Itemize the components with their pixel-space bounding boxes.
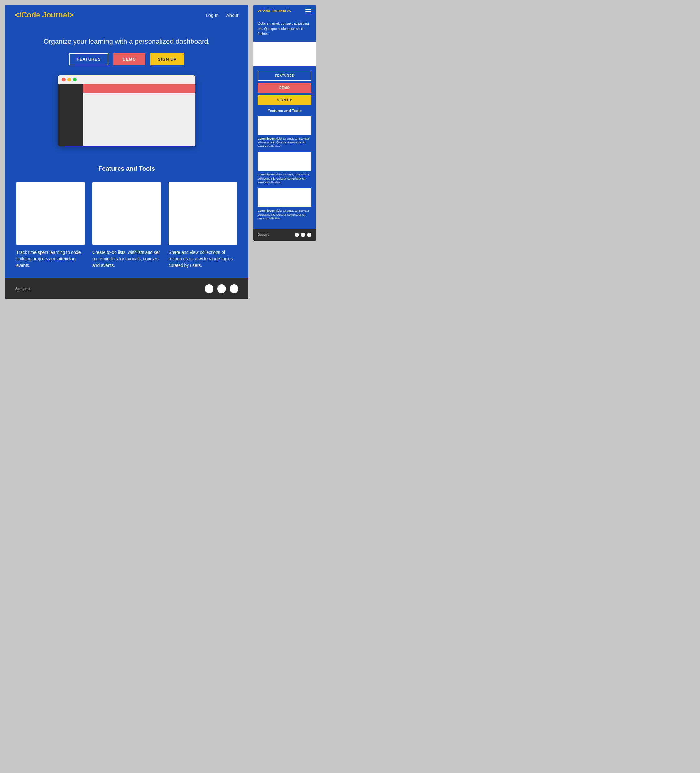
mobile-feature-text-2: Lorem ipsum dolor sit amet, consectetur …: [258, 173, 311, 184]
mobile-feature-image-3: [258, 188, 311, 207]
feature-text-2: Create to-do lists, wishlists and set up…: [92, 249, 161, 269]
browser-dot-green: [73, 78, 77, 82]
about-link[interactable]: About: [226, 13, 238, 18]
mobile-hero-text: Dolor sit amet, consect adipiscing elit.…: [253, 17, 316, 41]
footer-dot-2[interactable]: [217, 285, 226, 293]
browser-body: [58, 84, 196, 146]
mobile-feature-bold-2: Lorem ipsum: [258, 173, 276, 176]
mobile-feature-item-2: Lorem ipsum dolor sit amet, consectetur …: [258, 152, 311, 184]
mobile-feature-image-1: [258, 116, 311, 135]
hero-headline: Organize your learning with a personaliz…: [15, 38, 238, 46]
hamburger-line-2: [305, 11, 311, 12]
mobile-navbar: <Code Journal />: [253, 5, 316, 17]
browser-topbar: [83, 84, 196, 146]
features-grid: Track time spent learning to code, build…: [15, 183, 238, 269]
desktop-view: </Code Journal> Log In About Organize yo…: [5, 5, 248, 299]
desktop-navbar: </Code Journal> Log In About: [5, 5, 248, 25]
features-button[interactable]: FEATURES: [69, 53, 108, 65]
browser-bar: [58, 75, 196, 84]
browser-dot-yellow: [67, 78, 71, 82]
feature-text-1: Track time spent learning to code, build…: [16, 249, 85, 269]
mobile-features-button[interactable]: FEATURES: [258, 71, 311, 81]
mobile-features-title: Features and Tools: [258, 109, 311, 113]
mobile-hero-image: [253, 41, 316, 66]
mobile-signup-button[interactable]: SIGN UP: [258, 95, 311, 105]
mobile-feature-item-3: Lorem ipsum dolor sit amet, consectetur …: [258, 188, 311, 221]
footer-dots: [205, 285, 238, 293]
browser-mockup: [58, 75, 196, 146]
mobile-footer-dot-3[interactable]: [307, 233, 311, 237]
features-title: Features and Tools: [15, 165, 238, 172]
hero-buttons: FEATURES DEMO SIGN UP: [15, 53, 238, 65]
mobile-feature-bold-3: Lorem ipsum: [258, 209, 276, 212]
browser-content: [83, 93, 196, 146]
mobile-view: <Code Journal /> Dolor sit amet, consect…: [253, 5, 316, 241]
desktop-footer: Support: [5, 278, 248, 299]
login-link[interactable]: Log In: [205, 13, 219, 18]
mobile-footer-dot-1[interactable]: [294, 233, 299, 237]
mobile-footer: Support: [253, 229, 316, 241]
hamburger-line-1: [305, 9, 311, 10]
footer-dot-3[interactable]: [230, 285, 238, 293]
browser-topbar-bar: [83, 84, 196, 93]
desktop-hero: Organize your learning with a personaliz…: [5, 25, 248, 156]
mobile-footer-dot-2[interactable]: [301, 233, 305, 237]
footer-dot-1[interactable]: [205, 285, 214, 293]
signup-button[interactable]: SIGN UP: [150, 53, 184, 65]
mobile-feature-bold-1: Lorem ipsum: [258, 137, 276, 140]
desktop-nav-links: Log In About: [205, 13, 238, 18]
mobile-feature-image-2: [258, 152, 311, 171]
feature-image-3: [169, 183, 237, 245]
hamburger-line-3: [305, 13, 311, 13]
feature-image-1: [16, 183, 85, 245]
mobile-logo: <Code Journal />: [258, 9, 291, 13]
browser-sidebar: [58, 84, 83, 146]
footer-support-text: Support: [15, 286, 30, 291]
browser-dot-red: [62, 78, 66, 82]
feature-card-1: Track time spent learning to code, build…: [16, 183, 85, 269]
mobile-buttons-section: FEATURES DEMO SIGN UP Features and Tools…: [253, 66, 316, 229]
feature-card-2: Create to-do lists, wishlists and set up…: [92, 183, 161, 269]
demo-button[interactable]: DEMO: [113, 53, 145, 65]
mobile-footer-support: Support: [258, 233, 269, 236]
hamburger-menu-icon[interactable]: [305, 9, 311, 13]
features-section: Features and Tools Track time spent lear…: [5, 156, 248, 278]
feature-card-3: Share and view collections of resources …: [169, 183, 237, 269]
mobile-feature-item-1: Lorem ipsum dolor sit amet, consectetur …: [258, 116, 311, 149]
mobile-feature-text-1: Lorem ipsum dolor sit amet, consectetur …: [258, 137, 311, 149]
mobile-footer-dots: [294, 233, 311, 237]
mobile-demo-button[interactable]: DEMO: [258, 83, 311, 93]
feature-image-2: [92, 183, 161, 245]
desktop-logo: </Code Journal>: [15, 11, 74, 19]
mobile-feature-text-3: Lorem ipsum dolor sit amet, consectetur …: [258, 209, 311, 221]
feature-text-3: Share and view collections of resources …: [169, 249, 237, 269]
